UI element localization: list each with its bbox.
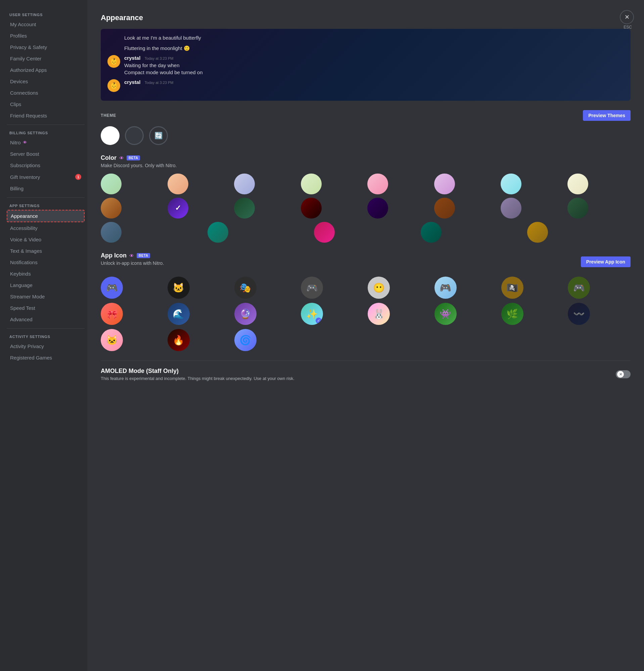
sidebar-divider-2 — [7, 328, 85, 329]
sidebar-item-voice-video[interactable]: Voice & Video — [7, 234, 85, 245]
color-circle-c7[interactable] — [501, 174, 521, 194]
app-icon-icon7[interactable]: 🏴‍☠️ — [501, 277, 523, 299]
color-circle-c20[interactable] — [421, 222, 442, 243]
sidebar-item-billing[interactable]: Billing — [7, 183, 85, 194]
app-icon-icon15[interactable]: 🌿 — [501, 303, 523, 325]
color-circle-c14[interactable] — [434, 198, 455, 218]
color-circle-c5[interactable] — [367, 174, 388, 194]
sidebar-item-appearance[interactable]: Appearance — [7, 210, 85, 222]
sidebar-item-privacy-safety[interactable]: Privacy & Safety — [7, 42, 85, 53]
sidebar-item-streamer-mode[interactable]: Streamer Mode — [7, 291, 85, 302]
color-circle-c2[interactable] — [167, 174, 188, 194]
color-circle-c4[interactable] — [301, 174, 322, 194]
color-circle-c17[interactable] — [101, 222, 122, 243]
chat-avatar-crystal-2: 👶 — [108, 79, 120, 92]
sidebar-item-devices[interactable]: Devices — [7, 76, 85, 87]
close-button[interactable]: ✕ — [620, 10, 634, 24]
page-title: Appearance — [101, 13, 631, 22]
sidebar-item-label-appearance: Appearance — [11, 213, 38, 219]
app-icon-icon6[interactable]: 🎮 — [434, 277, 457, 299]
app-icon-icon16[interactable]: 〰️ — [568, 303, 590, 325]
sidebar-item-authorized-apps[interactable]: Authorized Apps — [7, 64, 85, 76]
sidebar-item-advanced[interactable]: Advanced — [7, 314, 85, 325]
color-circle-c9[interactable] — [101, 198, 122, 218]
sidebar-item-registered-games[interactable]: Registered Games — [7, 352, 85, 363]
color-circle-c12[interactable] — [301, 198, 322, 218]
sidebar-item-accessibility[interactable]: Accessibility — [7, 223, 85, 233]
sidebar-item-label-connections: Connections — [10, 90, 38, 96]
app-icon-icon2[interactable]: 🐱 — [167, 277, 190, 299]
sidebar-item-family-center[interactable]: Family Center — [7, 53, 85, 64]
sidebar-item-server-boost[interactable]: Server Boost — [7, 148, 85, 160]
sidebar-item-label-billing: Billing — [10, 186, 24, 191]
app-icon-icon4[interactable]: 🎮 — [301, 277, 323, 299]
sidebar-item-subscriptions[interactable]: Subscriptions — [7, 160, 85, 171]
sidebar-section-title-1: BILLING SETTINGS — [9, 131, 85, 135]
app-icon-icon18[interactable]: 🔥 — [167, 329, 190, 351]
app-icon-icon5[interactable]: 😶 — [368, 277, 390, 299]
sidebar-item-gift-inventory[interactable]: Gift Inventory1 — [7, 171, 85, 182]
sidebar-item-nitro[interactable]: Nitro👁 — [7, 137, 85, 148]
color-circle-c21[interactable] — [527, 222, 548, 243]
color-circle-c19[interactable] — [314, 222, 335, 243]
sidebar-item-speed-test[interactable]: Speed Test — [7, 302, 85, 314]
app-icon-icon8[interactable]: 🎮 — [568, 277, 590, 299]
sidebar-item-profiles[interactable]: Profiles — [7, 30, 85, 41]
amoled-title: AMOLED Mode (Staff Only) — [101, 368, 294, 375]
sidebar-item-text-images[interactable]: Text & Images — [7, 245, 85, 256]
app-icon-icon11[interactable]: 🔮 — [235, 303, 256, 325]
color-title: Color — [101, 154, 116, 162]
color-circle-c3[interactable] — [234, 174, 255, 194]
sidebar-item-label-advanced: Advanced — [10, 317, 33, 322]
theme-light[interactable] — [101, 126, 119, 145]
amoled-subtitle: This feature is experimental and incompl… — [101, 376, 294, 381]
sidebar-item-connections[interactable]: Connections — [7, 87, 85, 98]
color-section: Color 👁 BETA Make Discord yours. Only wi… — [101, 154, 631, 243]
amoled-section: AMOLED Mode (Staff Only) This feature is… — [101, 360, 631, 381]
color-circle-c8[interactable] — [567, 174, 588, 194]
app-icon-icon17[interactable]: 🐱 — [101, 329, 123, 351]
color-circle-c15[interactable] — [501, 198, 521, 218]
chat-timestamp-1: Today at 3:23 PM — [145, 56, 174, 60]
sidebar-item-notifications[interactable]: Notifications — [7, 257, 85, 268]
theme-sync[interactable]: 🔄 — [149, 126, 168, 145]
sidebar-section-title-3: ACTIVITY SETTINGS — [9, 335, 85, 339]
chat-username-2: crystal — [124, 79, 140, 85]
app-icon-icon1[interactable]: 🎮 — [101, 277, 123, 299]
sidebar-item-language[interactable]: Language — [7, 280, 85, 291]
app-icon-icon9[interactable]: 🎀 — [101, 303, 123, 325]
app-icon-icon10[interactable]: 🌊 — [167, 303, 190, 325]
app-icon-section: App Icon 👁 BETA Unlock in-app icons with… — [101, 252, 631, 351]
sidebar-item-label-gift-inventory: Gift Inventory — [10, 174, 40, 180]
color-circle-c10[interactable] — [167, 198, 188, 218]
sidebar-item-my-account[interactable]: My Account — [7, 19, 85, 30]
color-circle-c16[interactable] — [567, 198, 588, 218]
amoled-toggle[interactable] — [616, 370, 631, 378]
theme-dark[interactable] — [125, 126, 144, 145]
app-icon-icon19[interactable]: 🌀 — [235, 329, 256, 351]
color-circle-c11[interactable] — [234, 198, 255, 218]
chat-username-1: crystal — [124, 55, 140, 61]
app-icon-icon3[interactable]: 🎭 — [235, 277, 256, 299]
chat-message-2: 👶 crystal Today at 3:23 PM — [108, 79, 624, 92]
app-icon-icon13[interactable]: 🐰 — [368, 303, 390, 325]
sidebar-item-label-authorized-apps: Authorized Apps — [10, 67, 47, 73]
color-circle-c6[interactable] — [434, 174, 455, 194]
app-icon-icon14[interactable]: 👾 — [434, 303, 457, 325]
preview-themes-button[interactable]: Preview Themes — [583, 110, 631, 121]
preview-app-icon-button[interactable]: Preview App Icon — [581, 256, 631, 267]
sidebar-item-label-text-images: Text & Images — [10, 248, 42, 254]
color-circle-c13[interactable] — [367, 198, 388, 218]
color-circle-c18[interactable] — [207, 222, 228, 243]
color-circle-c1[interactable] — [101, 174, 122, 194]
sidebar-item-friend-requests[interactable]: Friend Requests — [7, 110, 85, 121]
nitro-icon: 👁 — [23, 140, 27, 145]
sidebar-item-activity-privacy[interactable]: Activity Privacy — [7, 341, 85, 352]
sidebar-item-label-profiles: Profiles — [10, 33, 27, 39]
sidebar-item-label-my-account: My Account — [10, 22, 36, 27]
app-icon-icon12[interactable]: ✨ — [301, 303, 323, 325]
color-grid-row-3 — [101, 222, 631, 243]
sidebar-item-clips[interactable]: Clips — [7, 99, 85, 110]
sidebar-item-keybinds[interactable]: Keybinds — [7, 268, 85, 279]
amoled-text-group: AMOLED Mode (Staff Only) This feature is… — [101, 368, 294, 381]
